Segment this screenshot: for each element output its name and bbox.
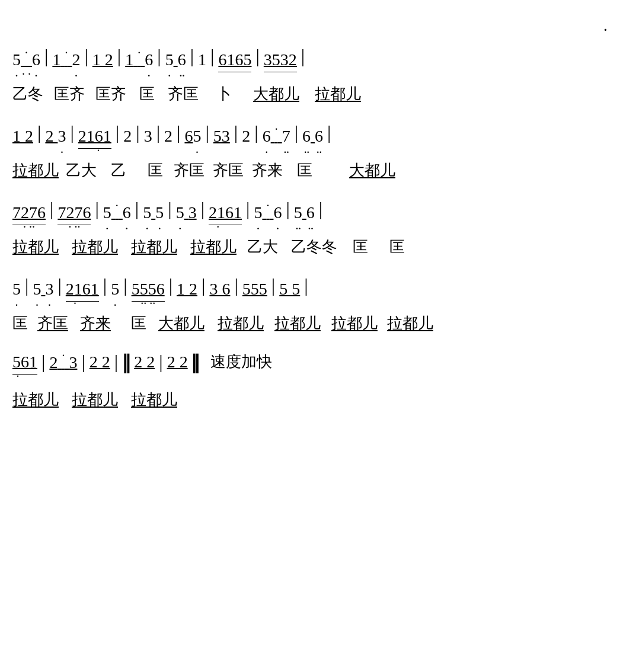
note-1: 1 <box>196 50 208 81</box>
lyric-4-2: 齐匡 <box>36 313 70 334</box>
s3-bar-3: | <box>133 198 141 232</box>
s3-bar-2: | <box>92 198 101 232</box>
section-5: 561 · | 2 · 3 | 2 2 | ‖ <box>11 348 625 410</box>
s3-bar-4: | <box>165 198 174 232</box>
bar-6: | <box>208 45 216 79</box>
bar-7: | <box>253 45 261 79</box>
bar-5: | <box>188 45 196 79</box>
note-s5-22b: 2 2 <box>132 353 156 383</box>
s3-bar-6: | <box>244 198 252 232</box>
s4-bar-2: | <box>55 274 63 308</box>
speed-text: 速度加快 <box>202 351 274 384</box>
lyric-3-6: 乙冬冬 <box>289 236 339 257</box>
note-s3-7276a: 7276 · ·· <box>11 203 47 234</box>
note-s2-67: 6 · 7 <box>261 125 292 158</box>
note-s2-12: 1 2 <box>11 127 35 158</box>
note-s2-2b: 2 <box>162 127 174 158</box>
lyric-2-10: 大都儿 <box>347 160 397 181</box>
lyric-4-4: 匡 <box>129 313 148 334</box>
s4-bar-5: | <box>167 274 175 308</box>
note-s2-3: 3 <box>142 127 154 158</box>
note-56: 5 · 6 · · <box>11 49 42 81</box>
notation-line-2: 1 2 | 2 3 | 2161 · <box>11 119 625 158</box>
lyric-line-5: 拉都儿 拉都儿 拉都儿 <box>11 389 625 410</box>
lyric-2-1: 拉都儿 <box>11 160 60 181</box>
section-1: 5 · 6 · · | 1 · 2 | <box>11 43 625 104</box>
lyric-3-7: 匡 <box>351 236 370 257</box>
s4-bar-9: | <box>302 274 310 308</box>
lyric-1-5: 齐匡 <box>166 84 200 104</box>
lyric-2-5: 齐匡 <box>172 160 206 181</box>
s3-bar-1: | <box>47 198 56 232</box>
note-s2-23: 2 3 <box>43 127 68 158</box>
section-2: 1 2 | 2 3 | 2161 · <box>11 119 625 181</box>
note-s5-22c: 2 2 <box>165 353 190 383</box>
lyric-5-3: 拉都儿 <box>129 389 179 410</box>
lyric-1-7: 大都儿 <box>251 84 301 104</box>
lyric-1-2: 匡齐 <box>52 84 87 104</box>
note-s2-65: 65 <box>183 127 203 158</box>
s5-bar-3: | <box>112 351 120 385</box>
bar-4: | <box>155 45 163 79</box>
lyric-3-4: 拉都儿 <box>188 236 238 257</box>
notation-line-4: 5 | 5 3 | 2161 · | <box>11 272 625 311</box>
s3-bar-7: | <box>283 198 292 232</box>
s2-bar-6: | <box>174 121 183 155</box>
lyric-2-2: 乙大 <box>64 160 98 181</box>
note-s3-55: 5 5 <box>141 203 165 234</box>
lyric-3-2: 拉都儿 <box>70 236 120 257</box>
lyric-4-8: 拉都儿 <box>330 313 379 334</box>
lyric-1-1: 乙冬 <box>11 84 45 104</box>
lyric-2-3: 乙 <box>109 160 128 181</box>
note-3532: 3532 <box>262 50 299 81</box>
lyric-line-4: 匡 齐匡 齐来 匡 大都儿 拉都儿 拉都儿 拉都儿 拉都儿 <box>11 313 625 334</box>
note-s4-36: 3 6 <box>207 280 232 311</box>
top-dot: · <box>11 21 625 40</box>
lyric-3-1: 拉都儿 <box>11 236 60 257</box>
lyric-4-7: 拉都儿 <box>273 313 322 334</box>
lyric-line-3: 拉都儿 拉都儿 拉都儿 拉都儿 乙大 乙冬冬 匡 匡 <box>11 236 625 257</box>
lyric-1-3: 匡齐 <box>94 84 128 104</box>
note-12b: 1 2 <box>91 50 115 81</box>
lyric-4-5: 大都儿 <box>156 313 206 334</box>
lyric-4-9: 拉都儿 <box>385 313 435 334</box>
s2-bar-2: | <box>68 121 76 155</box>
lyric-line-1: 乙冬 匡齐 匡齐 匡 齐匡 卜 大都儿 拉都儿 <box>11 84 625 104</box>
s5-bar-2: | <box>79 351 87 385</box>
lyric-5-1: 拉都儿 <box>11 389 60 410</box>
s5-bar-1: | <box>39 351 47 385</box>
s4-bar-8: | <box>269 274 277 308</box>
notation-line-1: 5 · 6 · · | 1 · 2 | <box>11 43 625 81</box>
s2-bar-7: | <box>203 121 211 155</box>
note-s3-56c: 5 6 <box>292 203 317 234</box>
lyric-line-2: 拉都儿 乙大 乙 匡 齐匡 齐匡 齐来 匡 大都儿 <box>11 160 625 181</box>
lyric-2-4: 匡 <box>146 160 165 181</box>
s3-bar-5: | <box>199 198 207 232</box>
lyric-2-6: 齐匡 <box>211 160 245 181</box>
note-s2-2161: 2161 · <box>76 127 113 158</box>
bar-8: | <box>299 45 307 79</box>
bar-2: | <box>82 45 90 79</box>
s2-bar-3: | <box>113 121 122 155</box>
note-s4-53: 5 3 <box>31 280 55 311</box>
note-s5-22a: 2 2 <box>88 353 112 383</box>
s3-bar-8: | <box>317 198 325 232</box>
note-s3-53: 5 3 <box>174 203 199 234</box>
note-s3-2161: 2161 · <box>207 203 244 234</box>
bar-3: | <box>115 45 123 79</box>
lyric-2-8: 匡 <box>295 160 314 181</box>
section-3: 7276 · ·· | 7276 · ·· | 5 · 6 | <box>11 196 625 257</box>
lyric-5-2: 拉都儿 <box>70 389 120 410</box>
bar-1: | <box>42 45 50 79</box>
note-s4-5: 5 <box>11 280 23 311</box>
s4-bar-7: | <box>232 274 240 308</box>
note-s4-5556: 5556 ·· ·· <box>130 280 167 311</box>
note-s5-561: 561 · <box>11 353 39 383</box>
lyric-3-3: 拉都儿 <box>129 236 179 257</box>
s4-bar-6: | <box>199 274 207 308</box>
s2-bar-4: | <box>133 121 142 155</box>
note-s4-2161: 2161 · <box>64 280 101 311</box>
note-s5-23: 2 · 3 <box>47 351 79 384</box>
note-s3-56b: 5 · 6 <box>252 201 283 234</box>
note-56b: 5 6 <box>164 50 188 81</box>
